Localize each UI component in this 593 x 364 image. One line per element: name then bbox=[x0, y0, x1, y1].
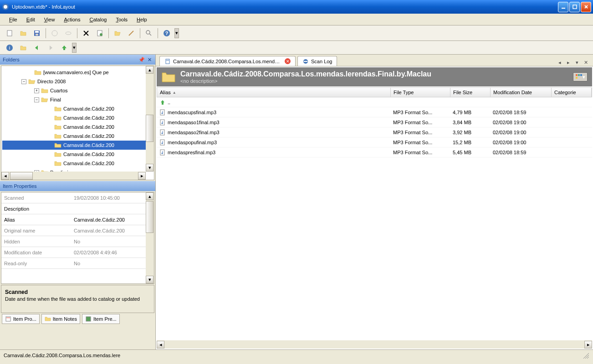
status-text: Carnaval.de.Cádiz.2008.Comparsa.Los.mend… bbox=[4, 353, 120, 358]
svg-point-12 bbox=[146, 30, 150, 34]
file-list[interactable]: .. mendascupsfinal.mp3 MP3 Format So... … bbox=[157, 97, 592, 340]
tree-item-selected[interactable]: Carnaval.de.Cádiz.200 bbox=[2, 141, 153, 150]
tab-folder-view[interactable]: Carnaval.de.Cádiz.2008.Comparsa.Los.mend… bbox=[159, 56, 296, 66]
prop-row[interactable]: Description bbox=[1, 203, 154, 214]
file-row[interactable]: mendaspaso2final.mp3 MP3 Format So... 3,… bbox=[157, 127, 592, 137]
column-file-size[interactable]: File Size bbox=[450, 88, 491, 97]
up-icon[interactable] bbox=[58, 42, 70, 54]
menu-actions[interactable]: Actions bbox=[59, 15, 85, 24]
tree-item[interactable]: Carnaval.de.Cádiz.200 bbox=[2, 122, 153, 131]
prop-row[interactable]: HiddenNo bbox=[1, 236, 154, 247]
close-button[interactable] bbox=[581, 2, 591, 12]
scroll-thumb[interactable] bbox=[146, 201, 153, 233]
tab-close-all-icon[interactable]: ✕ bbox=[582, 59, 589, 66]
tree-item[interactable]: [www.carnavalero.es] Que pe bbox=[2, 68, 153, 77]
folder-tree[interactable]: [www.carnavalero.es] Que pe −Directo 200… bbox=[1, 66, 154, 180]
svg-point-11 bbox=[100, 33, 102, 36]
tree-vertical-scrollbar[interactable]: ▴ ▾ bbox=[146, 66, 154, 172]
prop-row[interactable]: Scanned19/02/2008 10:45:00 bbox=[1, 192, 154, 203]
scroll-thumb[interactable] bbox=[146, 115, 153, 142]
scroll-up-icon[interactable]: ▴ bbox=[146, 192, 153, 200]
scroll-down-icon[interactable]: ▾ bbox=[146, 276, 153, 283]
collapse-icon[interactable]: − bbox=[34, 97, 39, 102]
tab-next-icon[interactable]: ▸ bbox=[565, 59, 572, 66]
back-icon[interactable] bbox=[31, 42, 43, 54]
svg-rect-7 bbox=[36, 34, 38, 35]
scroll-left-icon[interactable]: ◂ bbox=[1, 172, 9, 180]
tab-item-notes[interactable]: Item Notes bbox=[41, 314, 80, 324]
view-mode-button[interactable]: ▾ bbox=[573, 72, 588, 81]
column-file-type[interactable]: File Type bbox=[391, 88, 450, 97]
prop-row[interactable]: Modification date02/02/2008 4:49:46 bbox=[1, 247, 154, 258]
tree-item[interactable]: Carnaval.de.Cádiz.200 bbox=[2, 150, 153, 159]
expand-icon[interactable]: + bbox=[34, 88, 39, 93]
tab-item-properties[interactable]: Item Pro... bbox=[2, 314, 40, 324]
scroll-up-icon[interactable]: ▴ bbox=[146, 66, 153, 74]
tree-item[interactable]: −Directo 2008 bbox=[2, 77, 153, 86]
titlebar[interactable]: Uptodown.xtdb* - InfoLayout bbox=[0, 0, 593, 14]
delete-icon[interactable] bbox=[80, 27, 92, 39]
prop-row[interactable]: Read-onlyNo bbox=[1, 258, 154, 269]
menu-catalog[interactable]: Catalog bbox=[85, 15, 111, 24]
minimize-button[interactable] bbox=[558, 2, 568, 12]
properties-scrollbar[interactable]: ▴ ▾ bbox=[146, 192, 154, 283]
file-row[interactable]: mendascupsfinal.mp3 MP3 Format So... 4,7… bbox=[157, 107, 592, 117]
file-row[interactable]: mendaspopufinal.mp3 MP3 Format So... 15,… bbox=[157, 137, 592, 147]
scroll-thumb[interactable] bbox=[10, 172, 33, 180]
panel-close-icon[interactable]: ✕ bbox=[146, 56, 153, 63]
tab-close-icon[interactable]: ✕ bbox=[285, 58, 291, 64]
menu-tools[interactable]: Tools bbox=[111, 15, 132, 24]
resize-grip-icon[interactable] bbox=[582, 352, 589, 359]
tab-scan-log[interactable]: Scan Log bbox=[297, 56, 337, 66]
scroll-left-icon[interactable]: ◂ bbox=[157, 341, 164, 349]
forward-icon[interactable] bbox=[45, 42, 56, 54]
pin-icon[interactable]: 📌 bbox=[138, 56, 145, 63]
brush-icon[interactable] bbox=[125, 27, 137, 39]
folder-nav-icon[interactable] bbox=[17, 42, 29, 54]
globe-icon[interactable] bbox=[49, 27, 61, 39]
tree-item[interactable]: Carnaval.de.Cádiz.200 bbox=[2, 159, 153, 168]
prop-row[interactable]: AliasCarnaval.de.Cádiz.200 bbox=[1, 214, 154, 225]
nav-overflow[interactable]: ▾ bbox=[72, 43, 77, 53]
parent-folder-row[interactable]: .. bbox=[157, 97, 592, 107]
file-list-scrollbar[interactable]: ◂ ▸ bbox=[157, 340, 592, 349]
tab-item-preview[interactable]: Item Pre... bbox=[82, 314, 120, 324]
scroll-down-icon[interactable]: ▾ bbox=[146, 164, 153, 172]
tree-item[interactable]: Carnaval.de.Cádiz.200 bbox=[2, 113, 153, 122]
toolbar-overflow[interactable]: ▾ bbox=[174, 28, 179, 38]
refresh-icon[interactable] bbox=[94, 27, 106, 39]
column-modification-date[interactable]: Modification Date bbox=[491, 88, 552, 97]
file-row[interactable]: mendaspresfinal.mp3 MP3 Format So... 5,4… bbox=[157, 147, 592, 157]
file-row[interactable]: mendaspaso1final.mp3 MP3 Format So... 3,… bbox=[157, 117, 592, 127]
maximize-button[interactable] bbox=[569, 2, 580, 12]
help-icon[interactable]: ? bbox=[161, 27, 173, 39]
svg-rect-23 bbox=[304, 61, 307, 62]
collapse-icon[interactable]: − bbox=[21, 79, 26, 84]
prop-row[interactable]: Original nameCarnaval.de.Cádiz.200 bbox=[1, 225, 154, 236]
save-icon[interactable] bbox=[31, 27, 43, 39]
menu-file[interactable]: File bbox=[5, 15, 22, 24]
search-icon[interactable] bbox=[143, 27, 155, 39]
file-list-header: Alias▲ File Type File Size Modification … bbox=[157, 87, 592, 97]
tree-horizontal-scrollbar[interactable]: ◂ ▸ bbox=[1, 172, 146, 180]
open-icon[interactable] bbox=[17, 27, 29, 39]
tree-item[interactable]: Carnaval.de.Cádiz.200 bbox=[2, 104, 153, 113]
info-folder-icon[interactable]: i bbox=[4, 42, 15, 54]
menu-help[interactable]: Help bbox=[132, 15, 152, 24]
disk-icon[interactable] bbox=[62, 27, 74, 39]
menu-edit[interactable]: Edit bbox=[22, 15, 40, 24]
tab-menu-icon[interactable]: ▾ bbox=[573, 59, 581, 66]
audio-file-icon bbox=[159, 149, 166, 156]
new-icon[interactable] bbox=[4, 27, 15, 39]
folder-open-icon[interactable] bbox=[112, 27, 123, 39]
tree-item[interactable]: −Final bbox=[2, 95, 153, 104]
column-categories[interactable]: Categorie bbox=[552, 88, 592, 97]
tab-prev-icon[interactable]: ◂ bbox=[556, 59, 563, 66]
tree-item[interactable]: Carnaval.de.Cádiz.200 bbox=[2, 131, 153, 141]
column-alias[interactable]: Alias▲ bbox=[157, 88, 391, 97]
menu-view[interactable]: View bbox=[40, 15, 60, 24]
scroll-right-icon[interactable]: ▸ bbox=[138, 172, 146, 180]
scroll-right-icon[interactable]: ▸ bbox=[584, 341, 592, 349]
tree-item[interactable]: +Cuartos bbox=[2, 86, 153, 95]
svg-rect-19 bbox=[86, 317, 91, 321]
